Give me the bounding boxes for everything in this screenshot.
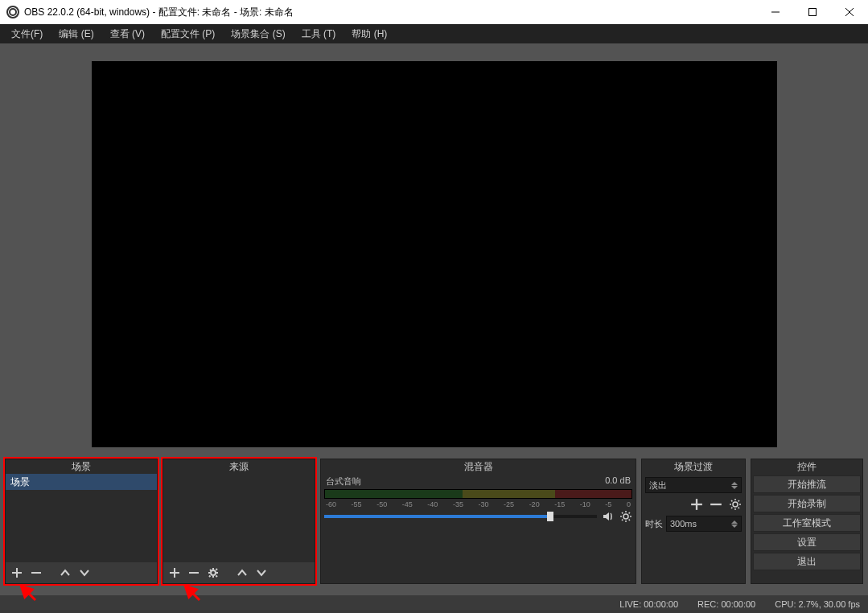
speaker-icon[interactable] xyxy=(602,510,615,523)
bottom-dock: 场景 场景 来源 混音器 台式音响 0.0 dB xyxy=(0,457,868,587)
start-record-button[interactable]: 开始录制 xyxy=(753,495,861,512)
transition-duration-spinner[interactable]: 300ms xyxy=(666,516,742,532)
window-title: OBS 22.0.2 (64-bit, windows) - 配置文件: 未命名… xyxy=(24,6,294,19)
exit-button[interactable]: 退出 xyxy=(753,553,861,570)
svg-point-10 xyxy=(211,570,216,575)
scenes-toolbar xyxy=(6,562,157,583)
spinner-arrows-icon xyxy=(731,520,738,528)
sources-header: 来源 xyxy=(163,459,315,474)
status-rec: REC: 00:00:00 xyxy=(697,599,755,609)
status-live: LIVE: 00:00:00 xyxy=(619,599,678,609)
source-move-down-button[interactable] xyxy=(253,565,269,581)
obs-app-icon xyxy=(6,6,19,19)
menu-file[interactable]: 文件(F) xyxy=(3,24,51,43)
remove-transition-button[interactable] xyxy=(710,498,722,511)
duration-label: 时长 xyxy=(645,518,663,530)
status-cpu: CPU: 2.7%, 30.00 fps xyxy=(775,599,860,609)
studio-mode-button[interactable]: 工作室模式 xyxy=(753,514,861,532)
menu-scene-collection[interactable]: 场景集合 (S) xyxy=(223,24,293,43)
transition-mode-value: 淡出 xyxy=(649,479,667,492)
svg-point-11 xyxy=(623,514,628,519)
transitions-panel: 场景过渡 淡出 时长 300ms xyxy=(641,459,746,584)
preview-canvas[interactable] xyxy=(92,61,777,447)
status-bar: LIVE: 00:00:00 REC: 00:00:00 CPU: 2.7%, … xyxy=(0,595,868,613)
mixer-header: 混音器 xyxy=(321,459,636,474)
close-button[interactable] xyxy=(831,0,868,24)
mixer-panel: 混音器 台式音响 0.0 dB -60-55-50-45-40-35-30-25… xyxy=(320,459,636,584)
preview-area xyxy=(0,43,868,455)
track-settings-icon[interactable] xyxy=(619,510,632,523)
combo-arrows-icon xyxy=(731,482,738,489)
scene-move-up-button[interactable] xyxy=(57,565,73,581)
sources-list[interactable] xyxy=(163,474,315,562)
source-move-up-button[interactable] xyxy=(234,565,250,581)
window-titlebar: OBS 22.0.2 (64-bit, windows) - 配置文件: 未命名… xyxy=(0,0,868,24)
audio-meter xyxy=(324,489,632,499)
scene-item[interactable]: 场景 xyxy=(6,474,157,490)
add-scene-button[interactable] xyxy=(9,565,25,581)
controls-header: 控件 xyxy=(751,459,862,474)
menu-help[interactable]: 帮助 (H) xyxy=(343,24,395,43)
sources-panel: 来源 xyxy=(162,459,315,584)
transition-mode-combo[interactable]: 淡出 xyxy=(645,477,742,493)
remove-scene-button[interactable] xyxy=(28,565,44,581)
mixer-track-db: 0.0 dB xyxy=(605,475,631,488)
meter-ticks: -60-55-50-45-40-35-30-25-20-15-10-50 xyxy=(324,500,632,508)
transition-settings-button[interactable] xyxy=(729,498,742,511)
controls-panel: 控件 开始推流 开始录制 工作室模式 设置 退出 xyxy=(751,459,863,584)
remove-source-button[interactable] xyxy=(186,565,202,581)
settings-button[interactable]: 设置 xyxy=(753,533,861,551)
menu-tools[interactable]: 工具 (T) xyxy=(294,24,344,43)
source-properties-button[interactable] xyxy=(205,565,221,581)
sources-toolbar xyxy=(163,562,315,583)
menu-profile[interactable]: 配置文件 (P) xyxy=(153,24,223,43)
add-source-button[interactable] xyxy=(167,565,183,581)
transition-duration-value: 300ms xyxy=(670,519,697,529)
transitions-header: 场景过渡 xyxy=(642,459,745,474)
add-transition-button[interactable] xyxy=(690,498,703,511)
scenes-panel: 场景 场景 xyxy=(5,459,158,584)
scenes-list[interactable]: 场景 xyxy=(6,474,157,562)
svg-point-15 xyxy=(733,502,738,507)
svg-rect-1 xyxy=(809,9,817,16)
menu-edit[interactable]: 编辑 (E) xyxy=(51,24,101,43)
menu-bar: 文件(F) 编辑 (E) 查看 (V) 配置文件 (P) 场景集合 (S) 工具… xyxy=(0,24,868,43)
minimize-button[interactable] xyxy=(757,0,794,24)
mixer-track-name: 台式音响 xyxy=(326,475,361,488)
menu-view[interactable]: 查看 (V) xyxy=(102,24,153,43)
scene-move-down-button[interactable] xyxy=(76,565,93,581)
start-stream-button[interactable]: 开始推流 xyxy=(753,475,861,493)
volume-slider[interactable] xyxy=(324,515,597,518)
maximize-button[interactable] xyxy=(794,0,831,24)
mixer-body: 台式音响 0.0 dB -60-55-50-45-40-35-30-25-20-… xyxy=(321,474,636,583)
scenes-header: 场景 xyxy=(6,459,157,474)
